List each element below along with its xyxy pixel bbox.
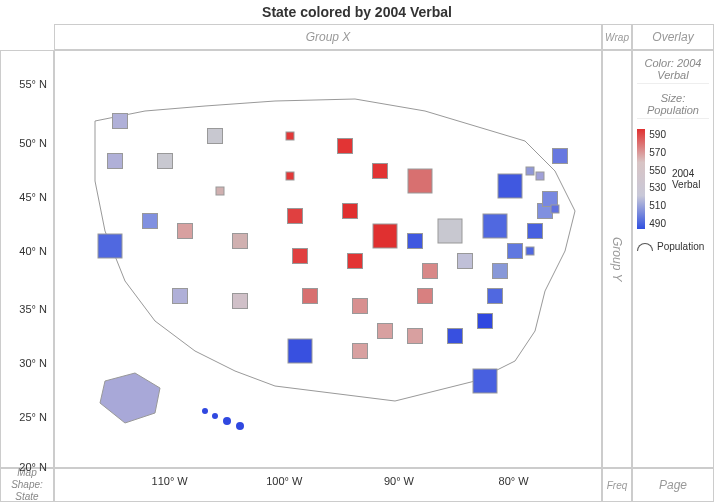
y-tick: 50° N xyxy=(19,137,47,149)
state-PA xyxy=(483,214,507,238)
map-area[interactable] xyxy=(54,50,602,468)
state-NV xyxy=(143,214,158,229)
state-AR xyxy=(353,299,368,314)
state-OH xyxy=(438,219,462,243)
legend-color-header: Color: 2004 Verbal xyxy=(637,55,709,84)
state-MT xyxy=(208,129,223,144)
state-NC xyxy=(488,289,503,304)
mapshape-l2: Shape: xyxy=(11,479,43,490)
y-tick: 30° N xyxy=(19,357,47,369)
population-label: Population xyxy=(657,241,704,252)
state-MO xyxy=(348,254,363,269)
state-MN xyxy=(338,139,353,154)
map-shape-label[interactable]: Map Shape: State xyxy=(0,468,54,502)
gradient-bar xyxy=(637,129,645,229)
state-UT xyxy=(178,224,193,239)
gradient-tick: 550 xyxy=(649,165,666,176)
gradient-tick: 570 xyxy=(649,147,666,158)
us-map-svg xyxy=(55,51,602,468)
state-AL xyxy=(408,329,423,344)
y-tick: 35° N xyxy=(19,303,47,315)
gradient-tick: 510 xyxy=(649,200,666,211)
state-AZ xyxy=(173,289,188,304)
x-tick: 100° W xyxy=(266,475,302,487)
state-WI xyxy=(373,164,388,179)
state-NJ xyxy=(528,224,543,239)
state-VT xyxy=(526,167,534,175)
y-tick: 20° N xyxy=(19,461,47,473)
state-VA xyxy=(493,264,508,279)
arc-icon xyxy=(637,243,653,251)
state-DE xyxy=(526,247,534,255)
gradient-tick: 490 xyxy=(649,218,666,229)
y-tick: 25° N xyxy=(19,411,47,423)
gradient-ticks: 590570550530510490 xyxy=(649,129,666,229)
state-ND xyxy=(286,132,294,140)
y-axis[interactable]: 55° N50° N45° N40° N35° N30° N25° N20° N xyxy=(0,50,54,468)
svg-point-0 xyxy=(202,408,208,414)
state-NH xyxy=(536,172,544,180)
state-IN xyxy=(408,234,423,249)
us-outline xyxy=(95,99,575,401)
gradient-tick: 590 xyxy=(649,129,666,140)
state-NE xyxy=(288,209,303,224)
dropzone-wrap[interactable]: Wrap xyxy=(602,24,632,50)
chart-title: State colored by 2004 Verbal xyxy=(0,0,714,24)
dropzone-page[interactable]: Page xyxy=(632,468,714,502)
mapshape-l3: State xyxy=(15,491,38,502)
state-IA xyxy=(343,204,358,219)
y-tick: 40° N xyxy=(19,245,47,257)
dropzone-freq[interactable]: Freq xyxy=(602,468,632,502)
state-KS xyxy=(293,249,308,264)
state-MI xyxy=(408,169,432,193)
y-tick: 55° N xyxy=(19,78,47,90)
state-HI xyxy=(202,408,244,430)
dropzone-group-y[interactable]: Group Y xyxy=(602,50,632,468)
state-SC xyxy=(478,314,493,329)
dropzone-group-x[interactable]: Group X xyxy=(54,24,602,50)
x-tick: 90° W xyxy=(384,475,414,487)
x-axis[interactable]: 110° W100° W90° W80° W xyxy=(54,468,602,502)
state-TX xyxy=(288,339,312,363)
state-LA xyxy=(353,344,368,359)
x-tick: 80° W xyxy=(499,475,529,487)
color-gradient: 590570550530510490 2004 Verbal xyxy=(637,129,709,229)
state-CA xyxy=(98,234,122,258)
legend-panel: Color: 2004 Verbal Size: Population 5905… xyxy=(632,50,714,468)
state-WY xyxy=(216,187,224,195)
state-GA xyxy=(448,329,463,344)
state-ID xyxy=(158,154,173,169)
state-MD xyxy=(508,244,523,259)
gradient-tick: 530 xyxy=(649,182,666,193)
state-RI xyxy=(551,205,559,213)
state-NM xyxy=(233,294,248,309)
state-MS xyxy=(378,324,393,339)
population-legend: Population xyxy=(637,241,709,252)
state-SD xyxy=(286,172,294,180)
state-OR xyxy=(108,154,123,169)
state-AK xyxy=(100,373,160,423)
gradient-title: 2004 Verbal xyxy=(672,168,709,190)
svg-point-1 xyxy=(212,413,218,419)
state-MA xyxy=(543,192,558,207)
legend-size-header: Size: Population xyxy=(637,90,709,119)
chart-grid: Group X Wrap Overlay 55° N50° N45° N40° … xyxy=(0,24,714,502)
state-WV xyxy=(458,254,473,269)
state-ME xyxy=(553,149,568,164)
svg-point-2 xyxy=(223,417,231,425)
x-tick: 110° W xyxy=(152,475,188,487)
dropzone-overlay[interactable]: Overlay xyxy=(632,24,714,50)
state-NY xyxy=(498,174,522,198)
state-CO xyxy=(233,234,248,249)
state-KY xyxy=(423,264,438,279)
state-FL xyxy=(473,369,497,393)
y-tick: 45° N xyxy=(19,191,47,203)
state-WA xyxy=(113,114,128,129)
state-TN xyxy=(418,289,433,304)
svg-point-3 xyxy=(236,422,244,430)
state-OK xyxy=(303,289,318,304)
state-IL xyxy=(373,224,397,248)
